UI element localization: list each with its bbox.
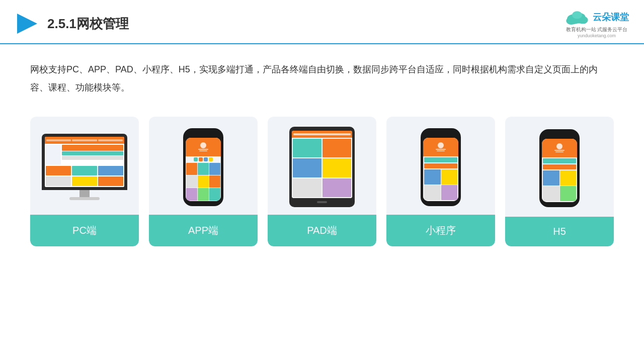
pc-label: PC端 [30, 215, 139, 246]
miniprogram-phone-mockup [421, 128, 461, 206]
svg-rect-5 [569, 19, 585, 23]
page-title: 2.5.1网校管理 [47, 15, 129, 33]
h5-phone-mockup [539, 129, 580, 207]
card-miniprogram[interactable]: 小程序 [386, 117, 495, 246]
h5-label: H5 [505, 217, 614, 246]
pad-image-area [268, 117, 376, 215]
pad-tablet-mockup [289, 127, 355, 207]
app-phone-mockup [183, 128, 223, 206]
cards-container: PC端 [0, 107, 644, 261]
miniprogram-label: 小程序 [386, 215, 495, 246]
logo-area: 云朵课堂 教育机构一站 式服务云平台 yunduoketang.com [565, 9, 629, 38]
page-header: 2.5.1网校管理 云朵课堂 教育机构一站 式服务云平台 yunduoketan… [0, 0, 644, 44]
app-label: APP端 [149, 215, 258, 246]
app-image-area [149, 117, 258, 215]
pad-label: PAD端 [268, 215, 376, 246]
description-text: 网校支持PC、APP、PAD、小程序、H5，实现多端打通，产品各终端自由切换，数… [0, 44, 644, 107]
h5-image-area [505, 117, 614, 217]
card-pc[interactable]: PC端 [30, 117, 139, 246]
logo-cloud: 云朵课堂 [565, 9, 629, 25]
logo-subtitle: 教育机构一站 式服务云平台 [566, 26, 628, 33]
card-app[interactable]: APP端 [149, 117, 258, 246]
logo-url: yunduoketang.com [578, 33, 616, 38]
card-pad[interactable]: PAD端 [268, 117, 376, 246]
logo-text: 云朵课堂 [593, 11, 629, 23]
card-h5[interactable]: H5 [505, 117, 614, 246]
svg-point-6 [572, 11, 582, 19]
pc-mockup [42, 134, 127, 200]
play-icon [15, 12, 39, 36]
miniprogram-image-area [386, 117, 495, 215]
pc-image-area [30, 117, 139, 215]
cloud-icon [565, 9, 590, 25]
header-left: 2.5.1网校管理 [15, 12, 129, 36]
svg-marker-0 [17, 14, 37, 34]
